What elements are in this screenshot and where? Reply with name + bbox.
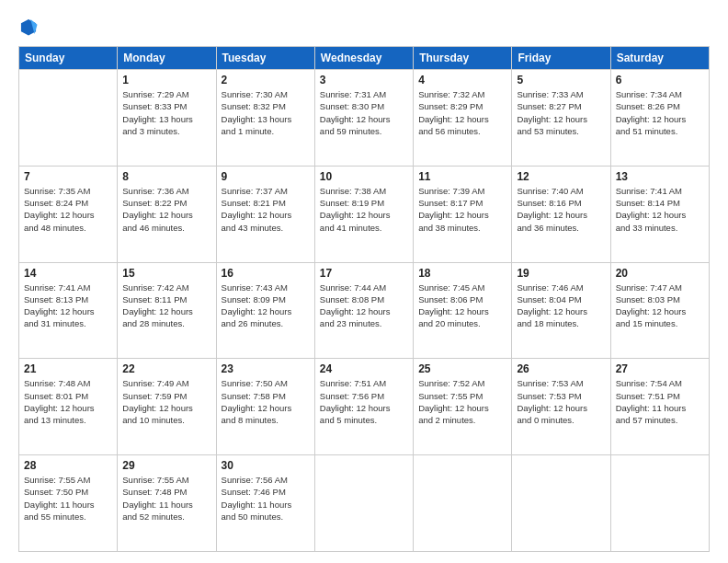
- day-number: 10: [320, 170, 408, 183]
- calendar-cell: 13Sunrise: 7:41 AMSunset: 8:14 PMDayligh…: [610, 166, 709, 262]
- calendar-cell: [314, 455, 413, 552]
- calendar-cell: 28Sunrise: 7:55 AMSunset: 7:50 PMDayligh…: [19, 455, 118, 552]
- day-number: 22: [122, 362, 210, 375]
- day-number: 13: [616, 170, 704, 183]
- day-number: 21: [24, 362, 112, 375]
- day-number: 12: [517, 170, 605, 183]
- calendar-cell: 15Sunrise: 7:42 AMSunset: 8:11 PMDayligh…: [118, 262, 216, 359]
- day-info: Sunrise: 7:55 AMSunset: 7:48 PMDaylight:…: [122, 474, 210, 523]
- day-info: Sunrise: 7:50 AMSunset: 7:58 PMDaylight:…: [222, 377, 310, 426]
- day-number: 2: [222, 74, 310, 86]
- day-number: 5: [517, 74, 605, 86]
- day-number: 3: [320, 74, 408, 86]
- day-info: Sunrise: 7:48 AMSunset: 8:01 PMDaylight:…: [24, 377, 112, 426]
- day-info: Sunrise: 7:53 AMSunset: 7:53 PMDaylight:…: [517, 377, 605, 426]
- day-number: 24: [320, 362, 408, 375]
- day-info: Sunrise: 7:41 AMSunset: 8:13 PMDaylight:…: [24, 282, 112, 330]
- day-number: 29: [122, 459, 210, 472]
- day-info: Sunrise: 7:40 AMSunset: 8:16 PMDaylight:…: [517, 185, 605, 234]
- day-header-thursday: Thursday: [414, 47, 512, 70]
- day-info: Sunrise: 7:37 AMSunset: 8:21 PMDaylight:…: [222, 185, 310, 234]
- day-info: Sunrise: 7:54 AMSunset: 7:51 PMDaylight:…: [616, 377, 704, 426]
- calendar: SundayMondayTuesdayWednesdayThursdayFrid…: [18, 46, 710, 552]
- calendar-cell: [512, 455, 610, 552]
- day-info: Sunrise: 7:31 AMSunset: 8:30 PMDaylight:…: [320, 88, 408, 137]
- calendar-cell: 5Sunrise: 7:33 AMSunset: 8:27 PMDaylight…: [512, 70, 610, 167]
- day-info: Sunrise: 7:41 AMSunset: 8:14 PMDaylight:…: [616, 185, 704, 234]
- calendar-cell: 25Sunrise: 7:52 AMSunset: 7:55 PMDayligh…: [414, 359, 512, 455]
- calendar-cell: [610, 455, 709, 552]
- calendar-cell: 12Sunrise: 7:40 AMSunset: 8:16 PMDayligh…: [512, 166, 610, 262]
- calendar-cell: 18Sunrise: 7:45 AMSunset: 8:06 PMDayligh…: [414, 262, 512, 359]
- calendar-cell: 11Sunrise: 7:39 AMSunset: 8:17 PMDayligh…: [414, 166, 512, 262]
- day-number: 9: [222, 170, 310, 183]
- day-number: 17: [320, 267, 408, 280]
- day-header-sunday: Sunday: [19, 47, 118, 70]
- day-number: 23: [222, 362, 310, 375]
- calendar-cell: 2Sunrise: 7:30 AMSunset: 8:32 PMDaylight…: [216, 70, 314, 167]
- calendar-cell: [414, 455, 512, 552]
- day-info: Sunrise: 7:55 AMSunset: 7:50 PMDaylight:…: [24, 474, 112, 523]
- calendar-cell: 17Sunrise: 7:44 AMSunset: 8:08 PMDayligh…: [314, 262, 413, 359]
- day-info: Sunrise: 7:30 AMSunset: 8:32 PMDaylight:…: [222, 88, 310, 137]
- calendar-cell: [19, 70, 118, 167]
- day-info: Sunrise: 7:46 AMSunset: 8:04 PMDaylight:…: [517, 282, 605, 330]
- calendar-cell: 10Sunrise: 7:38 AMSunset: 8:19 PMDayligh…: [314, 166, 413, 262]
- day-info: Sunrise: 7:34 AMSunset: 8:26 PMDaylight:…: [616, 88, 704, 137]
- header: [18, 17, 710, 37]
- calendar-cell: 30Sunrise: 7:56 AMSunset: 7:46 PMDayligh…: [216, 455, 314, 552]
- logo: [18, 17, 42, 37]
- day-number: 20: [616, 267, 704, 280]
- day-info: Sunrise: 7:47 AMSunset: 8:03 PMDaylight:…: [616, 282, 704, 330]
- calendar-cell: 26Sunrise: 7:53 AMSunset: 7:53 PMDayligh…: [512, 359, 610, 455]
- day-number: 7: [24, 170, 112, 183]
- day-header-wednesday: Wednesday: [314, 47, 413, 70]
- day-info: Sunrise: 7:29 AMSunset: 8:33 PMDaylight:…: [122, 88, 210, 137]
- day-info: Sunrise: 7:56 AMSunset: 7:46 PMDaylight:…: [222, 474, 310, 523]
- calendar-cell: 29Sunrise: 7:55 AMSunset: 7:48 PMDayligh…: [118, 455, 216, 552]
- day-header-monday: Monday: [118, 47, 216, 70]
- calendar-cell: 4Sunrise: 7:32 AMSunset: 8:29 PMDaylight…: [414, 70, 512, 167]
- logo-icon: [18, 17, 39, 37]
- day-info: Sunrise: 7:42 AMSunset: 8:11 PMDaylight:…: [122, 282, 210, 330]
- calendar-cell: 23Sunrise: 7:50 AMSunset: 7:58 PMDayligh…: [216, 359, 314, 455]
- day-info: Sunrise: 7:44 AMSunset: 8:08 PMDaylight:…: [320, 282, 408, 330]
- day-info: Sunrise: 7:32 AMSunset: 8:29 PMDaylight:…: [418, 88, 506, 137]
- day-number: 19: [517, 267, 605, 280]
- day-number: 18: [418, 267, 506, 280]
- day-info: Sunrise: 7:49 AMSunset: 7:59 PMDaylight:…: [122, 377, 210, 426]
- day-info: Sunrise: 7:36 AMSunset: 8:22 PMDaylight:…: [122, 185, 210, 234]
- day-number: 11: [418, 170, 506, 183]
- day-info: Sunrise: 7:35 AMSunset: 8:24 PMDaylight:…: [24, 185, 112, 234]
- day-number: 14: [24, 267, 112, 280]
- day-header-saturday: Saturday: [610, 47, 709, 70]
- day-number: 28: [24, 459, 112, 472]
- day-number: 30: [222, 459, 310, 472]
- day-number: 1: [122, 74, 210, 86]
- day-number: 15: [122, 267, 210, 280]
- day-info: Sunrise: 7:43 AMSunset: 8:09 PMDaylight:…: [222, 282, 310, 330]
- day-number: 27: [616, 362, 704, 375]
- calendar-cell: 14Sunrise: 7:41 AMSunset: 8:13 PMDayligh…: [19, 262, 118, 359]
- calendar-cell: 22Sunrise: 7:49 AMSunset: 7:59 PMDayligh…: [118, 359, 216, 455]
- calendar-cell: 27Sunrise: 7:54 AMSunset: 7:51 PMDayligh…: [610, 359, 709, 455]
- day-info: Sunrise: 7:51 AMSunset: 7:56 PMDaylight:…: [320, 377, 408, 426]
- calendar-cell: 19Sunrise: 7:46 AMSunset: 8:04 PMDayligh…: [512, 262, 610, 359]
- calendar-cell: 9Sunrise: 7:37 AMSunset: 8:21 PMDaylight…: [216, 166, 314, 262]
- calendar-cell: 16Sunrise: 7:43 AMSunset: 8:09 PMDayligh…: [216, 262, 314, 359]
- calendar-cell: 7Sunrise: 7:35 AMSunset: 8:24 PMDaylight…: [19, 166, 118, 262]
- calendar-cell: 6Sunrise: 7:34 AMSunset: 8:26 PMDaylight…: [610, 70, 709, 167]
- day-info: Sunrise: 7:52 AMSunset: 7:55 PMDaylight:…: [418, 377, 506, 426]
- day-info: Sunrise: 7:45 AMSunset: 8:06 PMDaylight:…: [418, 282, 506, 330]
- day-number: 8: [122, 170, 210, 183]
- calendar-cell: 24Sunrise: 7:51 AMSunset: 7:56 PMDayligh…: [314, 359, 413, 455]
- day-number: 6: [616, 74, 704, 86]
- day-number: 4: [418, 74, 506, 86]
- day-number: 16: [222, 267, 310, 280]
- day-info: Sunrise: 7:38 AMSunset: 8:19 PMDaylight:…: [320, 185, 408, 234]
- day-number: 25: [418, 362, 506, 375]
- day-info: Sunrise: 7:39 AMSunset: 8:17 PMDaylight:…: [418, 185, 506, 234]
- calendar-cell: 21Sunrise: 7:48 AMSunset: 8:01 PMDayligh…: [19, 359, 118, 455]
- day-info: Sunrise: 7:33 AMSunset: 8:27 PMDaylight:…: [517, 88, 605, 137]
- day-header-tuesday: Tuesday: [216, 47, 314, 70]
